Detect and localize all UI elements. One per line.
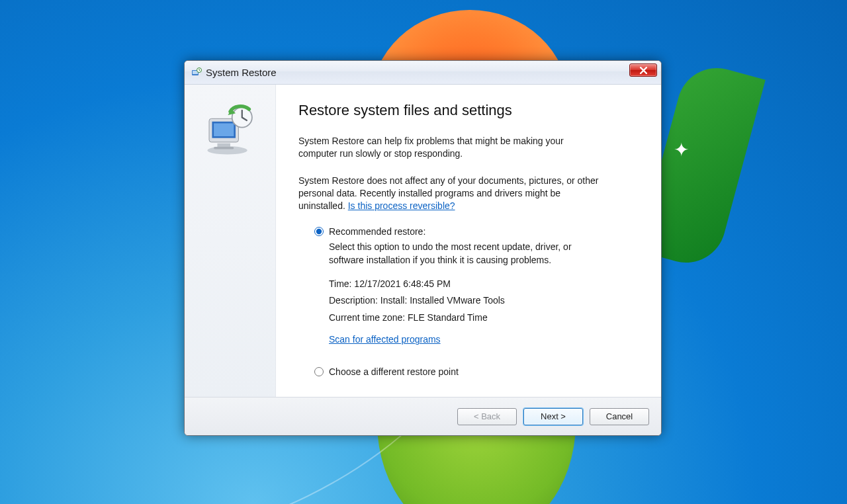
different-restore-label: Choose a different restore point: [329, 366, 459, 377]
recommended-restore-option[interactable]: Recommended restore:: [314, 226, 639, 237]
recommended-restore-radio[interactable]: [314, 227, 324, 236]
intro-paragraph-1: System Restore can help fix problems tha…: [298, 135, 603, 160]
recommended-restore-description: Select this option to undo the most rece…: [329, 241, 579, 267]
side-panel: [185, 85, 276, 397]
titlebar[interactable]: System Restore: [185, 61, 661, 85]
system-restore-window: System Restore: [184, 60, 662, 436]
restore-description: Description: Install: Installed VMware T…: [329, 294, 579, 308]
restore-computer-icon: [201, 105, 260, 397]
close-icon: [640, 67, 647, 74]
system-restore-icon: [191, 67, 202, 78]
svg-rect-8: [214, 147, 234, 149]
footer-buttons: < Back Next > Cancel: [185, 397, 661, 435]
svg-rect-6: [214, 123, 234, 136]
recommended-restore-details: Select this option to undo the most rece…: [314, 241, 579, 347]
next-button[interactable]: Next >: [523, 408, 583, 425]
recommended-restore-label: Recommended restore:: [329, 226, 425, 237]
scan-affected-programs-link[interactable]: Scan for affected programs: [329, 334, 441, 345]
main-panel: Restore system files and settings System…: [276, 85, 661, 397]
cancel-button[interactable]: Cancel: [590, 408, 649, 425]
different-restore-option[interactable]: Choose a different restore point: [314, 366, 639, 377]
restore-timezone: Current time zone: FLE Standard Time: [329, 312, 579, 325]
wallpaper-butterfly-icon: ✦: [674, 139, 689, 161]
restore-time: Time: 12/17/2021 6:48:45 PM: [329, 278, 579, 291]
intro-paragraph-2: System Restore does not affect any of yo…: [298, 175, 603, 212]
page-heading: Restore system files and settings: [298, 102, 639, 119]
svg-rect-7: [217, 144, 230, 147]
content-area: Restore system files and settings System…: [185, 85, 661, 397]
close-button[interactable]: [629, 63, 657, 77]
reversible-link[interactable]: Is this process reversible?: [348, 200, 455, 211]
back-button[interactable]: < Back: [457, 408, 517, 425]
restore-options: Recommended restore: Select this option …: [298, 226, 639, 377]
window-title: System Restore: [206, 67, 277, 78]
different-restore-radio[interactable]: [314, 367, 324, 376]
